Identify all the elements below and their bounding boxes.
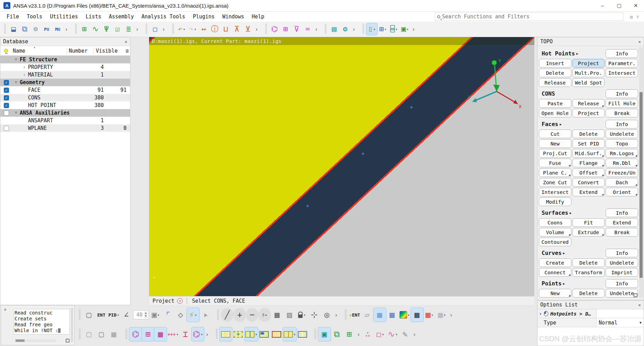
db-row-fe-structure[interactable]: ˅FE Structure: [0, 56, 130, 63]
curves-undelete-button[interactable]: Undelete: [606, 258, 638, 267]
measurement-icon[interactable]: Ψ: [101, 23, 112, 35]
surfaces-extend-button[interactable]: Extend: [606, 218, 638, 227]
menu-analysis-tools[interactable]: Analysis Tools: [138, 12, 189, 21]
toolbar-grip[interactable]: [146, 24, 147, 34]
visibility-minus-icon[interactable]: −: [246, 308, 258, 322]
face-double-toggle-icon[interactable]: ▾: [283, 327, 296, 341]
more-tools-chevron[interactable]: ›: [413, 331, 416, 338]
dropdown-caret[interactable]: ▾: [157, 313, 159, 317]
faces-info-button[interactable]: Info: [606, 120, 638, 128]
cube-wire-icon[interactable]: ▢: [95, 327, 108, 341]
info-hscrollbar[interactable]: [15, 339, 56, 342]
corner-select-icon[interactable]: ⌜: [162, 308, 174, 322]
tree-config-icon[interactable]: ≣: [126, 48, 129, 54]
dropdown-caret[interactable]: ▾: [382, 332, 384, 336]
layers-view-icon[interactable]: ⧉: [331, 327, 343, 341]
visibility-checkbox[interactable]: ✓: [4, 88, 9, 93]
points-new-button[interactable]: New: [539, 289, 571, 298]
section-arrow-icon[interactable]: ▶: [563, 282, 565, 285]
toolbar-grip[interactable]: [314, 329, 316, 339]
db-row-material[interactable]: ›MATERIAL1: [0, 71, 130, 79]
delete-entity-icon[interactable]: ⊔: [220, 23, 231, 35]
faces-intersect-button[interactable]: Intersect: [539, 188, 571, 196]
toolbar-grip[interactable]: [265, 24, 267, 34]
feature-hexagon-icon[interactable]: ⌬: [269, 23, 280, 35]
pid-ring-icon[interactable]: ⌬▾: [192, 327, 204, 341]
faces-topo-button[interactable]: Topo: [606, 139, 638, 148]
cons-release-button[interactable]: Release: [572, 99, 605, 108]
symmetry-icon[interactable]: ⊽: [291, 23, 302, 35]
db-row-cons[interactable]: ✓CONS380: [0, 94, 130, 101]
curve-function-icon[interactable]: ∿: [90, 23, 101, 35]
dropdown-caret[interactable]: ▾: [194, 27, 196, 31]
face-red-edges-toggle-icon[interactable]: [270, 327, 283, 341]
db-row-hot-point[interactable]: ✓HOT POINT380: [0, 101, 130, 109]
expand-panel-icon[interactable]: [634, 293, 637, 297]
cons-paste-button[interactable]: Paste: [539, 99, 571, 108]
curves-imprint-button[interactable]: Imprint: [606, 268, 638, 277]
menu-file[interactable]: File: [3, 12, 23, 21]
close-icon[interactable]: ✕: [638, 39, 641, 44]
lock-view-icon[interactable]: ▾: [296, 308, 308, 322]
toolbar-grip[interactable]: [172, 24, 174, 34]
cons-fill-hole-button[interactable]: Fill Hole: [606, 99, 638, 108]
face-orientation-toggle-icon[interactable]: [296, 327, 309, 341]
visibility-checkbox[interactable]: ✓: [4, 95, 9, 100]
faces-freeze-un-button[interactable]: Freeze/Un: [606, 168, 638, 177]
notes-icon[interactable]: ▤: [329, 23, 340, 35]
compare-model-icon[interactable]: ⊼: [231, 23, 242, 35]
visibility-checkbox[interactable]: ✓: [4, 80, 9, 85]
tree-chevron-icon[interactable]: ›: [20, 72, 28, 77]
visibility-checkbox[interactable]: [4, 110, 9, 116]
more-tools-chevron[interactable]: ›: [162, 26, 165, 33]
entity-info-icon[interactable]: ⓘ: [209, 23, 220, 35]
compare-check-icon[interactable]: ⊻: [242, 23, 254, 35]
curves-transform-button[interactable]: Transform: [572, 268, 605, 277]
redo-button[interactable]: ↷▾: [187, 23, 198, 35]
curves-info-button[interactable]: Info: [606, 249, 638, 257]
hot-points-delete-button[interactable]: Delete: [539, 69, 571, 77]
visibility-slash-icon[interactable]: ╱: [221, 308, 233, 322]
assembly-view-icon[interactable]: ⌸▾: [388, 23, 399, 35]
menu-windows[interactable]: Windows: [219, 12, 248, 21]
cube-solid-icon[interactable]: ■: [108, 327, 120, 341]
tree-chevron-icon[interactable]: ˅: [12, 110, 20, 116]
midlines-icon[interactable]: =: [302, 23, 313, 35]
polygon-select-icon[interactable]: ◇: [174, 308, 187, 322]
column-visible[interactable]: Visible: [94, 48, 121, 54]
more-tools-chevron[interactable]: ›: [357, 331, 360, 338]
results-mode-icon[interactable]: ▾: [398, 308, 411, 322]
curves-create-button[interactable]: Create: [539, 258, 571, 267]
topo-scrollbar[interactable]: [639, 47, 643, 298]
select-pid-button[interactable]: PID▾: [108, 308, 120, 322]
workplane-view-icon[interactable]: ▣: [318, 327, 331, 341]
menu-assembly[interactable]: Assembly: [105, 12, 138, 21]
feature-rect-icon[interactable]: ⊞: [280, 23, 291, 35]
more-tools-chevron[interactable]: ›: [334, 312, 338, 318]
undo-button[interactable]: ↶▾: [176, 23, 187, 35]
cancel-mode-icon[interactable]: ✕: [177, 298, 183, 304]
column-name[interactable]: Name: [12, 48, 67, 54]
hot-points-project-button[interactable]: Project: [572, 59, 605, 68]
function-value-cell[interactable]: [596, 309, 644, 318]
quad-view-icon[interactable]: ▦: [271, 308, 283, 322]
faces-plane-c-button[interactable]: Plane C.: [539, 168, 571, 177]
dropdown-caret[interactable]: ▾: [408, 313, 410, 317]
dropdown-caret[interactable]: ▾: [117, 313, 119, 317]
angle-value-spinner[interactable]: 40▲ ▼: [132, 308, 149, 322]
faces-delete-button[interactable]: Delete: [572, 130, 605, 138]
faces-mid-surf-button[interactable]: Mid.Surf.: [572, 149, 605, 158]
faces-zone-cut-button[interactable]: Zone Cut: [539, 178, 571, 187]
faces-rm-dbl-button[interactable]: Rm.Dbl: [606, 159, 638, 167]
hot-points-mult-pro-button[interactable]: Mult.Pro.: [572, 69, 605, 77]
surfaces-extrude-button[interactable]: Extrude: [572, 228, 605, 237]
close-icon[interactable]: ✕: [638, 302, 641, 308]
gear-icon[interactable]: ⚙: [630, 14, 633, 20]
more-tools-chevron[interactable]: ›: [65, 26, 68, 33]
pid-mesh-view-icon[interactable]: ▦: [154, 327, 167, 341]
parts-manager-icon[interactable]: ⧉: [19, 23, 30, 35]
hot-points-info-button[interactable]: Info: [606, 49, 638, 58]
faces-rm-logos-button[interactable]: Rm.Logos: [606, 149, 638, 158]
menu-plugins[interactable]: Plugins: [189, 12, 218, 21]
scrollbar-thumb[interactable]: [16, 339, 25, 342]
